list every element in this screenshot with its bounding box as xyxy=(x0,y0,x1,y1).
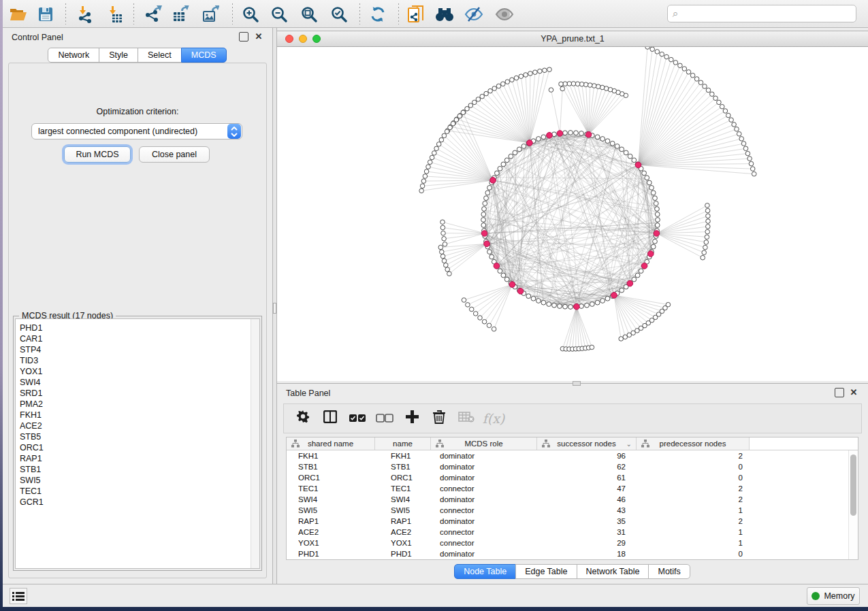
tab-network[interactable]: Network xyxy=(48,48,99,63)
split-columns-icon[interactable] xyxy=(317,410,344,427)
clone-network-icon[interactable] xyxy=(406,4,426,24)
list-item[interactable]: GCR1 xyxy=(16,497,259,508)
run-mcds-button[interactable]: Run MCDS xyxy=(64,146,131,163)
search-box[interactable]: ⌕ xyxy=(667,5,856,22)
cell-successors[interactable]: 46 xyxy=(537,494,637,505)
zoom-out-icon[interactable] xyxy=(269,4,289,24)
cell-successors[interactable]: 43 xyxy=(537,505,637,516)
float-panel-icon[interactable] xyxy=(239,32,248,42)
cell-predecessors[interactable]: 1 xyxy=(637,538,750,548)
show-all-icon[interactable] xyxy=(494,4,515,24)
binoculars-icon[interactable] xyxy=(434,4,455,24)
node-table[interactable]: shared namenameMCDS rolesuccessor nodes⌄… xyxy=(286,437,858,560)
cell-predecessors[interactable]: 0 xyxy=(637,461,750,472)
cell-shared_name[interactable]: YOX1 xyxy=(287,538,375,548)
cell-shared_name[interactable]: FKH1 xyxy=(287,450,375,461)
table-row[interactable]: SWI5SWI5connector431 xyxy=(287,505,848,516)
table-row[interactable]: TEC1TEC1connector472 xyxy=(287,483,848,494)
search-input[interactable] xyxy=(678,7,856,20)
add-icon[interactable] xyxy=(398,410,425,427)
export-table-icon[interactable] xyxy=(170,4,191,24)
list-item[interactable]: STP4 xyxy=(16,344,259,355)
cell-successors[interactable]: 62 xyxy=(537,461,637,472)
list-item[interactable]: STB1 xyxy=(16,464,259,475)
cell-role[interactable]: dominator xyxy=(431,461,537,472)
list-item[interactable]: TID3 xyxy=(16,355,259,366)
list-item[interactable]: YOX1 xyxy=(16,366,259,377)
cell-shared_name[interactable]: TEC1 xyxy=(287,483,375,494)
cell-predecessors[interactable]: 1 xyxy=(637,505,750,516)
cell-name[interactable]: SWI4 xyxy=(375,494,431,505)
sort-descending-icon[interactable]: ⌄ xyxy=(626,438,632,450)
cell-predecessors[interactable]: 2 xyxy=(637,516,750,527)
cell-name[interactable]: ACE2 xyxy=(375,527,431,538)
cell-role[interactable]: connector xyxy=(431,538,537,548)
close-table-panel-icon[interactable]: ✕ xyxy=(849,388,858,397)
network-canvas[interactable] xyxy=(277,47,868,381)
cell-predecessors[interactable]: 2 xyxy=(637,483,750,494)
mcds-list-scrollbar[interactable] xyxy=(251,319,259,568)
cell-successors[interactable]: 47 xyxy=(537,483,637,494)
table-row[interactable]: STB1STB1dominator620 xyxy=(287,461,848,472)
cell-shared_name[interactable]: ORC1 xyxy=(287,472,375,483)
zoom-selected-icon[interactable] xyxy=(329,4,349,24)
refresh-icon[interactable] xyxy=(368,4,388,24)
gear-icon[interactable] xyxy=(289,410,317,427)
cell-successors[interactable]: 96 xyxy=(537,450,637,461)
tab-mcds[interactable]: MCDS xyxy=(181,48,227,63)
cell-shared_name[interactable]: ACE2 xyxy=(287,527,375,538)
tab-node-table[interactable]: Node Table xyxy=(454,564,516,579)
cell-predecessors[interactable]: 1 xyxy=(637,527,750,538)
float-table-panel-icon[interactable] xyxy=(835,388,844,397)
cell-role[interactable]: connector xyxy=(431,483,537,494)
memory-button[interactable]: Memory xyxy=(807,587,860,605)
cell-name[interactable]: YOX1 xyxy=(375,538,431,548)
cell-role[interactable]: dominator xyxy=(431,472,537,483)
list-item[interactable]: RAP1 xyxy=(16,453,259,464)
cell-name[interactable]: ORC1 xyxy=(375,472,431,483)
table-row[interactable]: ORC1ORC1dominator610 xyxy=(287,472,848,483)
cell-role[interactable]: dominator xyxy=(431,494,537,505)
criterion-dropdown[interactable]: largest connected component (undirected) xyxy=(31,123,242,139)
tab-select[interactable]: Select xyxy=(138,48,182,63)
cell-shared_name[interactable]: SWI5 xyxy=(287,505,375,516)
list-item[interactable]: SWI5 xyxy=(16,475,259,486)
cell-role[interactable]: connector xyxy=(431,505,537,516)
cell-successors[interactable]: 18 xyxy=(537,548,637,559)
export-network-icon[interactable] xyxy=(143,4,163,24)
tab-motifs[interactable]: Motifs xyxy=(648,564,690,579)
table-scrollbar-thumb[interactable] xyxy=(850,455,856,516)
cell-role[interactable]: dominator xyxy=(431,516,537,527)
cell-shared_name[interactable]: RAP1 xyxy=(287,516,375,527)
open-file-icon[interactable] xyxy=(8,4,29,24)
column-header-predecessors[interactable]: predecessor nodes xyxy=(637,437,750,450)
list-item[interactable]: PHD1 xyxy=(16,323,259,333)
deselect-all-icon[interactable] xyxy=(371,412,398,426)
mcds-result-list[interactable]: PHD1CAR1STP4TID3YOX1SWI4SRD1PMA2FKH1ACE2… xyxy=(15,318,260,569)
column-header-role[interactable]: MCDS role xyxy=(431,437,537,450)
zoom-in-icon[interactable] xyxy=(240,4,261,24)
table-row[interactable]: PHD1PHD1dominator180 xyxy=(287,548,848,559)
cell-role[interactable]: dominator xyxy=(431,548,537,559)
hide-selected-icon[interactable] xyxy=(464,4,484,24)
list-item[interactable]: SRD1 xyxy=(16,388,259,399)
cell-predecessors[interactable]: 0 xyxy=(637,548,750,559)
list-item[interactable]: ACE2 xyxy=(16,420,259,431)
save-session-icon[interactable] xyxy=(35,4,56,24)
cell-name[interactable]: PHD1 xyxy=(375,548,431,559)
list-item[interactable]: CAR1 xyxy=(16,333,259,344)
cell-shared_name[interactable]: SWI4 xyxy=(287,494,375,505)
delete-icon[interactable] xyxy=(425,410,453,427)
column-header-name[interactable]: name xyxy=(375,437,431,450)
cell-successors[interactable]: 61 xyxy=(537,472,637,483)
table-row[interactable]: SWI4SWI4dominator462 xyxy=(287,494,848,505)
task-history-button[interactable] xyxy=(10,588,27,604)
vertical-splitter[interactable] xyxy=(272,28,277,584)
cell-role[interactable]: connector xyxy=(431,527,537,538)
list-item[interactable]: STB5 xyxy=(16,431,259,442)
column-header-successors[interactable]: successor nodes⌄ xyxy=(537,437,637,450)
network-graph[interactable] xyxy=(277,47,865,382)
table-row[interactable]: YOX1YOX1connector291 xyxy=(287,538,848,548)
list-item[interactable]: TEC1 xyxy=(16,486,259,497)
cell-name[interactable]: SWI5 xyxy=(375,505,431,516)
